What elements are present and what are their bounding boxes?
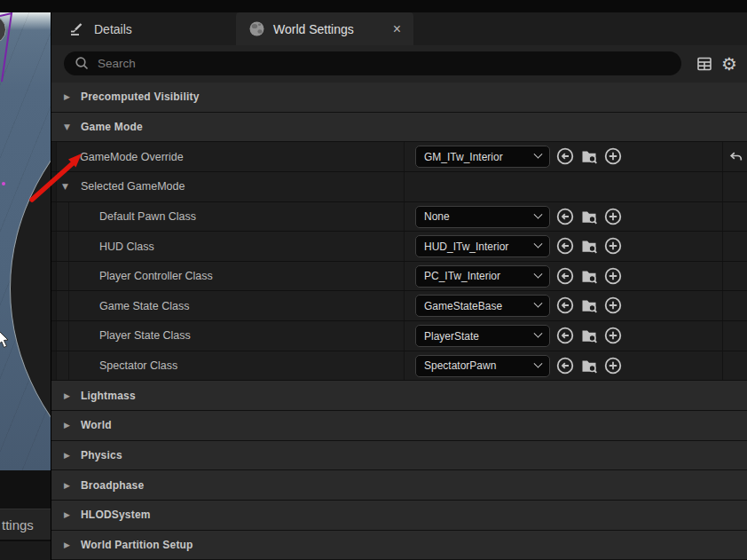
dropdown-value: GameStateBase <box>424 300 535 312</box>
search-row: ⚙ <box>51 45 747 83</box>
chevron-down-icon <box>534 240 543 248</box>
property-label: HUD Class <box>99 241 154 253</box>
category-broadphase[interactable]: ▶ Broadphase <box>51 470 747 501</box>
add-new-asset-icon[interactable] <box>603 146 623 166</box>
panel-gap <box>0 470 51 509</box>
browse-to-asset-icon[interactable] <box>579 207 599 226</box>
column-splitter[interactable] <box>404 262 405 291</box>
category-label: Lightmass <box>81 390 136 402</box>
collapsed-arrow-icon[interactable]: ▶ <box>64 510 73 519</box>
column-splitter[interactable] <box>404 172 405 201</box>
tab-details[interactable]: Details <box>51 12 132 45</box>
chevron-down-icon <box>534 329 543 338</box>
column-splitter[interactable] <box>404 232 405 261</box>
browse-to-asset-icon[interactable] <box>579 356 599 375</box>
use-selected-asset-icon[interactable] <box>555 356 575 375</box>
reset-to-default-icon[interactable] <box>727 149 743 165</box>
indent-guide <box>56 262 57 291</box>
browse-to-asset-icon[interactable] <box>579 326 599 345</box>
use-selected-asset-icon[interactable] <box>555 326 575 345</box>
property-label: Game State Class <box>99 300 189 312</box>
browse-to-asset-icon[interactable] <box>579 266 599 286</box>
use-selected-asset-icon[interactable] <box>555 207 575 226</box>
subcategory-label: Selected GameMode <box>81 180 185 193</box>
row-gamemode-override: GameMode Override GM_ITw_Interior <box>51 142 747 172</box>
indent-guide <box>68 321 69 351</box>
category-label: Game Mode <box>81 121 143 133</box>
indent-guide <box>68 202 69 232</box>
add-new-asset-icon[interactable] <box>603 236 623 256</box>
settings-gear-icon[interactable]: ⚙ <box>719 54 739 74</box>
collapsed-arrow-icon[interactable]: ▶ <box>64 391 73 400</box>
browse-to-asset-icon[interactable] <box>579 146 599 166</box>
truncated-settings-label: ttings <box>2 517 34 532</box>
add-new-asset-icon[interactable] <box>603 207 623 226</box>
gamemode-override-dropdown[interactable]: GM_ITw_Interior <box>415 146 550 168</box>
category-precomputed-visibility[interactable]: ▶ Precomputed Visibility <box>51 83 747 113</box>
close-tab-icon[interactable]: × <box>391 22 403 36</box>
property-label: GameMode Override <box>80 151 184 163</box>
browse-to-asset-icon[interactable] <box>579 296 599 315</box>
indent-guide <box>56 351 57 381</box>
use-selected-asset-icon[interactable] <box>555 266 575 286</box>
category-hlodsystem[interactable]: ▶ HLODSystem <box>51 501 747 531</box>
column-splitter[interactable] <box>404 142 405 171</box>
indent-guide <box>68 262 69 291</box>
default-pawn-class-dropdown[interactable]: None <box>415 206 550 228</box>
column-splitter[interactable] <box>404 321 405 351</box>
expanded-arrow-icon[interactable]: ▼ <box>62 182 71 191</box>
category-lightmass[interactable]: ▶ Lightmass <box>51 381 747 411</box>
use-selected-asset-icon[interactable] <box>555 296 575 315</box>
game-state-class-dropdown[interactable]: GameStateBase <box>415 295 550 317</box>
chevron-down-icon <box>534 209 543 218</box>
tab-world-settings[interactable]: World Settings × <box>236 12 413 45</box>
player-controller-class-dropdown[interactable]: PC_ITw_Interior <box>415 265 550 288</box>
collapsed-arrow-icon[interactable]: ▶ <box>64 481 73 490</box>
reset-column-divider <box>722 291 723 320</box>
spectator-class-dropdown[interactable]: SpectatorPawn <box>415 355 550 377</box>
row-default-pawn-class: Default Pawn Class None <box>51 202 747 233</box>
player-state-class-dropdown[interactable]: PlayerState <box>415 325 550 347</box>
selection-outline <box>0 12 51 119</box>
search-input[interactable] <box>98 57 671 70</box>
category-world[interactable]: ▶ World <box>51 411 747 441</box>
gizmo-dot <box>2 182 5 185</box>
category-label: HLODSystem <box>81 509 151 521</box>
property-label: Player Controller Class <box>99 270 213 282</box>
collapsed-arrow-icon[interactable]: ▶ <box>64 540 73 549</box>
use-selected-asset-icon[interactable] <box>555 236 575 256</box>
add-new-asset-icon[interactable] <box>603 356 623 375</box>
column-splitter[interactable] <box>404 291 405 320</box>
truncated-settings-tab[interactable]: ttings <box>0 509 51 540</box>
category-world-partition-setup[interactable]: ▶ World Partition Setup <box>51 531 747 560</box>
reset-column-divider <box>722 172 723 201</box>
level-viewport[interactable] <box>0 12 51 470</box>
collapsed-arrow-icon[interactable]: ▶ <box>64 92 73 101</box>
use-selected-asset-icon[interactable] <box>555 146 575 166</box>
add-new-asset-icon[interactable] <box>603 326 623 345</box>
category-game-mode[interactable]: ▼ Game Mode <box>51 113 747 143</box>
row-spectator-class: Spectator Class SpectatorPawn <box>51 351 747 382</box>
category-label: Precomputed Visibility <box>81 91 200 103</box>
add-new-asset-icon[interactable] <box>603 266 623 286</box>
row-player-controller-class: Player Controller Class PC_ITw_Interior <box>51 262 747 292</box>
chevron-down-icon <box>534 270 543 279</box>
subcategory-selected-gamemode[interactable]: ▼ Selected GameMode <box>51 172 747 202</box>
reset-column-divider <box>722 262 723 291</box>
display-filter-table-icon[interactable] <box>695 54 714 74</box>
column-splitter[interactable] <box>404 202 405 232</box>
tab-world-settings-label: World Settings <box>273 22 383 36</box>
row-player-state-class: Player State Class PlayerState <box>51 321 747 351</box>
collapsed-arrow-icon[interactable]: ▶ <box>64 421 73 430</box>
column-splitter[interactable] <box>404 351 405 381</box>
browse-to-asset-icon[interactable] <box>579 236 599 256</box>
search-icon <box>75 56 90 71</box>
expanded-arrow-icon[interactable]: ▼ <box>64 122 73 131</box>
hud-class-dropdown[interactable]: HUD_ITw_Interior <box>415 235 550 257</box>
category-physics[interactable]: ▶ Physics <box>51 441 747 471</box>
add-new-asset-icon[interactable] <box>603 296 623 315</box>
search-bar[interactable] <box>64 51 681 75</box>
reset-column-divider <box>722 202 723 232</box>
reset-column-divider <box>722 232 723 261</box>
collapsed-arrow-icon[interactable]: ▶ <box>64 451 73 460</box>
